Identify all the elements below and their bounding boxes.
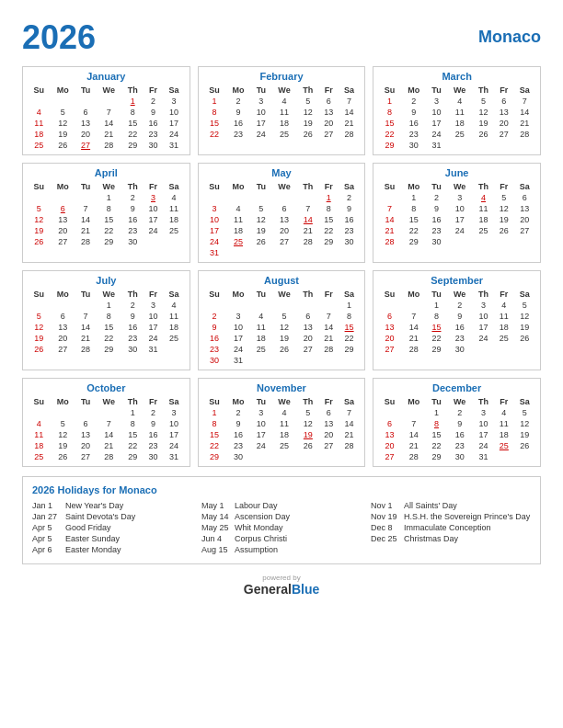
calendar-day: 7	[401, 418, 427, 429]
calendar-day: 8	[121, 107, 143, 118]
weekday-header: We	[96, 181, 121, 192]
calendar-day: 20	[271, 225, 297, 236]
calendar-day: 18	[28, 440, 50, 451]
calendar-day: 25	[251, 344, 271, 355]
calendar-day: 29	[96, 344, 121, 355]
calendar-day: 30	[446, 344, 472, 355]
calendar-day	[446, 140, 472, 151]
calendar-day: 9	[121, 311, 143, 322]
calendar-day	[319, 247, 339, 258]
calendar-day	[514, 344, 535, 355]
calendar-day: 8	[203, 107, 226, 118]
calendar-day: 18	[251, 333, 271, 344]
weekday-header: Th	[473, 85, 494, 96]
calendar-day: 10	[251, 418, 271, 429]
calendar-day: 3	[426, 96, 446, 107]
calendar-day: 21	[319, 333, 339, 344]
holidays-column: Nov 1All Saints' DayNov 19H.S.H. the Sov…	[371, 501, 531, 556]
calendar-day: 13	[378, 429, 401, 440]
calendar-day: 20	[50, 333, 75, 344]
calendar-day	[297, 355, 318, 366]
calendar-day: 28	[401, 344, 427, 355]
calendar-day	[163, 236, 185, 247]
weekday-header: Su	[203, 396, 226, 407]
calendar-day: 11	[163, 203, 185, 214]
calendar-day: 6	[378, 418, 401, 429]
calendar-day: 30	[121, 344, 143, 355]
holiday-item: Dec 25Christmas Day	[371, 534, 531, 543]
calendar-day	[225, 192, 251, 203]
calendar-day: 25	[446, 129, 472, 140]
calendar-day	[75, 407, 96, 418]
weekday-header: Sa	[339, 289, 360, 300]
calendar-day: 5	[494, 192, 513, 203]
holiday-item: Nov 19H.S.H. the Sovereign Prince's Day	[371, 512, 531, 521]
calendar-day: 6	[514, 192, 535, 203]
weekday-header: Tu	[426, 396, 446, 407]
calendar-day: 4	[473, 192, 494, 203]
calendar-day: 15	[121, 118, 143, 129]
holiday-item: Jan 27Saint Devota's Day	[32, 512, 192, 521]
weekday-header: We	[271, 181, 297, 192]
weekday-header: Tu	[426, 181, 446, 192]
holidays-title: 2026 Holidays for Monaco	[32, 484, 531, 495]
weekday-header: Th	[121, 289, 143, 300]
calendar-day: 19	[271, 333, 297, 344]
calendar-day: 31	[473, 451, 494, 462]
calendar-day: 29	[339, 344, 360, 355]
calendar-day: 3	[473, 407, 494, 418]
calendar-day: 12	[494, 203, 513, 214]
holiday-item: Nov 1All Saints' Day	[371, 501, 531, 510]
holiday-date: May 25	[201, 523, 231, 532]
calendar-day	[378, 192, 401, 203]
calendar-day: 17	[446, 214, 472, 225]
calendar-day: 24	[144, 333, 163, 344]
calendar-day: 1	[426, 300, 446, 311]
calendar-day	[163, 344, 185, 355]
calendar-day: 8	[121, 418, 143, 429]
calendar-day: 2	[225, 96, 251, 107]
weekday-header: Su	[203, 289, 226, 300]
calendar-day: 12	[473, 107, 494, 118]
weekday-header: Tu	[251, 289, 271, 300]
weekday-header: Th	[473, 181, 494, 192]
calendar-day: 22	[96, 225, 121, 236]
weekday-header: We	[96, 289, 121, 300]
holiday-name: Labour Day	[235, 501, 278, 510]
calendar-day: 16	[144, 118, 163, 129]
calendar-day: 7	[319, 311, 339, 322]
calendar-day: 3	[251, 407, 271, 418]
weekday-header: Mo	[225, 396, 251, 407]
calendar-day: 6	[378, 311, 401, 322]
calendar-day: 28	[339, 440, 360, 451]
calendar-day: 21	[378, 225, 401, 236]
calendar-day: 23	[121, 333, 143, 344]
calendar-day: 7	[401, 311, 427, 322]
calendar-day: 30	[121, 236, 143, 247]
calendar-day: 12	[28, 214, 50, 225]
calendar-day: 11	[163, 311, 185, 322]
calendar-day: 14	[319, 322, 339, 333]
calendar-day: 2	[446, 407, 472, 418]
calendar-day: 7	[75, 203, 96, 214]
calendar-day: 28	[339, 129, 360, 140]
calendar-day: 31	[163, 451, 185, 462]
calendar-day	[271, 192, 297, 203]
holiday-name: Whit Monday	[235, 523, 283, 532]
calendar-day: 22	[96, 333, 121, 344]
calendar-day: 26	[297, 129, 318, 140]
month-name: March	[378, 71, 535, 82]
calendar-day: 20	[378, 333, 401, 344]
calendar-day: 6	[50, 311, 75, 322]
month-name: April	[28, 167, 185, 178]
calendar-day	[446, 236, 472, 247]
calendar-day: 16	[121, 214, 143, 225]
calendar-day: 6	[297, 311, 318, 322]
weekday-header: Th	[297, 289, 318, 300]
calendar-day: 24	[473, 333, 494, 344]
calendar-day: 8	[426, 418, 446, 429]
weekday-header: Su	[28, 396, 50, 407]
calendar-day	[339, 355, 360, 366]
weekday-header: Th	[473, 289, 494, 300]
page: 2026 Monaco JanuarySuMoTuWeThFrSa1234567…	[0, 0, 563, 728]
